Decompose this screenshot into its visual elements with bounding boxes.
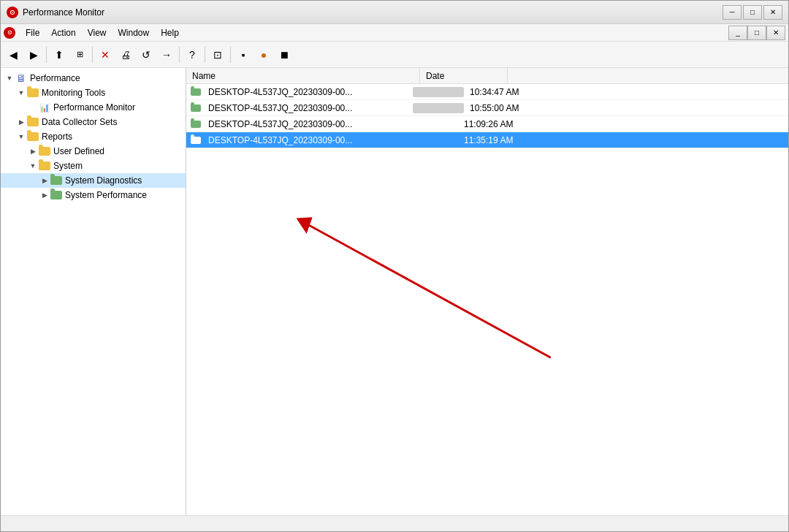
maximize-button[interactable]: □ [743,5,762,20]
row-icon-2 [189,102,202,115]
list-row[interactable]: DESKTOP-4L537JQ_20230309-00... 10:34:47 … [186,84,788,100]
sidebar-tree: ▼ 🖥 Performance ▼ Monitoring Tools 📊 [1,68,186,515]
window-controls: ─ □ ✕ [723,5,782,20]
app-icon: ⊙ [7,7,18,18]
expand-reports[interactable]: ▼ [15,131,27,142]
list-row-selected[interactable]: DESKTOP-4L537JQ_20230309-00... 11:35:19 … [186,132,788,148]
row-cell-date-2 [413,103,464,113]
row-icon-3 [189,118,202,131]
system-diagnostics-icon [50,175,62,186]
help-button[interactable]: ? [183,45,202,64]
data-collector-sets-icon [27,116,39,128]
col-header-date[interactable]: Date [420,68,508,83]
sidebar-item-monitoring-tools[interactable]: ▼ Monitoring Tools [1,86,186,100]
delete-button[interactable]: ✕ [96,45,115,64]
menu-window[interactable]: Window [113,26,156,39]
row-cell-time-4: 11:35:19 AM [461,135,549,145]
menu-view[interactable]: View [82,26,113,39]
row-cell-time-2: 10:55:00 AM [467,103,554,113]
sidebar-item-reports[interactable]: ▼ Reports [1,129,186,144]
refresh-button[interactable]: ↺ [137,45,156,64]
restore-button[interactable]: _ [728,26,747,40]
performance-monitor-icon: 📊 [39,102,50,113]
list-row[interactable]: DESKTOP-4L537JQ_20230309-00... 11:09:26 … [186,116,788,132]
status-bar [1,515,788,531]
row-cell-name-2: DESKTOP-4L537JQ_20230309-00... [205,103,410,113]
close-button[interactable]: ✕ [763,5,782,20]
view-button[interactable]: ⊡ [208,45,227,64]
row-cell-date-1 [413,87,464,97]
row-cell-name-1: DESKTOP-4L537JQ_20230309-00... [205,87,410,97]
sidebar-item-performance[interactable]: ▼ 🖥 Performance [1,71,186,86]
toolbar-separator-3 [179,47,180,63]
sidebar-label-performance-monitor: Performance Monitor [53,102,135,113]
sidebar-label-system: System [53,161,83,171]
system-performance-icon [50,189,62,201]
toolbar-separator-2 [92,47,93,63]
row-cell-name-3: DESKTOP-4L537JQ_20230309-00... [205,119,410,129]
expand-system-performance[interactable]: ▶ [39,189,50,201]
expand-system[interactable]: ▼ [27,160,39,172]
toolbar-separator-5 [230,47,231,63]
window-title: Performance Monitor [23,7,723,18]
sidebar-item-system-performance[interactable]: ▶ System Performance [1,188,186,202]
sidebar-item-data-collector-sets[interactable]: ▶ Data Collector Sets [1,115,186,129]
sidebar-item-system-diagnostics[interactable]: ▶ System Diagnostics [1,173,186,188]
expand-performance[interactable]: ▼ [4,72,15,84]
list-row[interactable]: DESKTOP-4L537JQ_20230309-00... 10:55:00 … [186,100,788,116]
right-panel: Name Date DESKTOP-4L537JQ_20230309-00...… [186,68,788,515]
toolbar-separator-4 [205,47,205,63]
expand-monitoring-tools[interactable]: ▼ [15,87,27,99]
row-cell-name-4: DESKTOP-4L537JQ_20230309-00... [205,135,410,145]
system-icon [39,160,50,172]
menu-action[interactable]: Action [45,26,81,39]
expand-system-diagnostics[interactable]: ▶ [39,175,50,186]
main-area: ▼ 🖥 Performance ▼ Monitoring Tools 📊 [1,68,788,515]
sidebar-item-system[interactable]: ▼ System [1,159,186,173]
menu-file[interactable]: File [20,26,45,39]
right-panel-inner: Name Date DESKTOP-4L537JQ_20230309-00...… [186,68,788,515]
restore-button2[interactable]: □ [747,26,766,40]
toolbar-separator-1 [46,47,47,63]
menu-app-icon: ⊙ [4,27,15,39]
row-cell-time-3: 11:09:26 AM [461,119,549,129]
up-button[interactable]: ⬆ [50,45,69,64]
sidebar-label-data-collector-sets: Data Collector Sets [42,117,117,127]
export-button[interactable]: → [157,45,176,64]
sidebar-item-performance-monitor[interactable]: 📊 Performance Monitor [1,100,186,115]
monitoring-tools-icon [27,87,39,99]
menu-bar: ⊙ File Action View Window Help _ □ ✕ [1,24,788,42]
record-button[interactable]: ● [254,45,273,64]
main-window: ⊙ Performance Monitor ─ □ ✕ ⊙ File Actio… [0,0,789,532]
row-cell-time-1: 10:34:47 AM [467,87,554,97]
sidebar-label-user-defined: User Defined [53,146,104,156]
back-button[interactable]: ◀ [4,45,23,64]
col-header-name[interactable]: Name [186,68,420,83]
toolbar: ◀ ▶ ⬆ ⊞ ✕ 🖨 ↺ → ? ⊡ ▪ ● ⏹ [1,42,788,68]
stop-button[interactable]: ⏹ [275,45,294,64]
sidebar-label-reports: Reports [42,132,72,142]
sidebar-label-system-diagnostics: System Diagnostics [65,175,142,186]
sidebar-item-user-defined[interactable]: ▶ User Defined [1,144,186,159]
row-icon-1 [189,86,202,99]
list-header: Name Date [186,68,788,84]
user-defined-icon [39,145,50,157]
expand-data-collector-sets[interactable]: ▶ [15,116,27,128]
minimize-button[interactable]: ─ [723,5,742,20]
inner-close-button[interactable]: ✕ [766,26,785,40]
sidebar-label-system-performance: System Performance [65,190,147,200]
print-button[interactable]: 🖨 [116,45,135,64]
show-console-tree-button[interactable]: ⊞ [70,45,89,64]
sidebar-label-performance: Performance [30,73,80,83]
row-icon-4 [189,134,202,147]
title-bar: ⊙ Performance Monitor ─ □ ✕ [1,1,788,24]
list-content: DESKTOP-4L537JQ_20230309-00... 10:34:47 … [186,84,788,515]
menu-help[interactable]: Help [155,26,185,39]
performance-icon: 🖥 [15,72,27,84]
forward-button[interactable]: ▶ [24,45,43,64]
expand-user-defined[interactable]: ▶ [27,145,39,157]
properties-button[interactable]: ▪ [234,45,253,64]
sidebar-label-monitoring-tools: Monitoring Tools [42,88,105,98]
reports-icon [27,131,39,142]
